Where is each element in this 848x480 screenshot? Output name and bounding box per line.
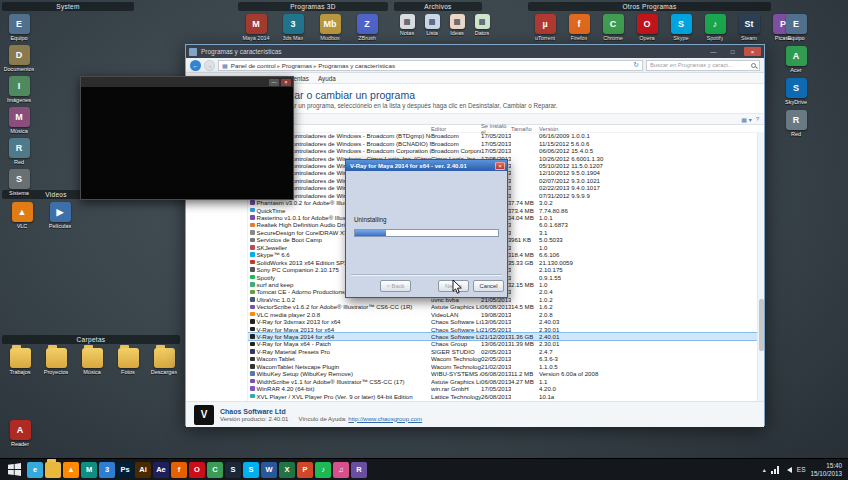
taskbar-icon-winrar[interactable]: R xyxy=(351,462,367,478)
desktop-tile-red[interactable]: RRed xyxy=(3,138,35,165)
taskbar-icon-maya[interactable]: M xyxy=(81,462,97,478)
breadcrumb[interactable]: ▦ Panel de control ▸ Programas ▸ Program… xyxy=(218,60,643,71)
program-row[interactable]: VLC media player 2.0.8VideoLAN19/08/2013… xyxy=(248,311,757,318)
desktop-tile-chrome[interactable]: CChrome xyxy=(597,14,629,41)
desktop-tile-acer[interactable]: AAcer xyxy=(780,46,812,73)
column-tamano[interactable]: Tamaño xyxy=(511,126,539,132)
desktop-tile-firefox[interactable]: fFirefox xyxy=(563,14,595,41)
back-dialog-button[interactable]: < Back xyxy=(380,280,411,292)
desktop-tile-pel-culas[interactable]: ▶Películas xyxy=(44,202,76,229)
desktop-tile-3ds-max[interactable]: 33ds Max xyxy=(277,14,309,41)
desktop-tile-trabajos[interactable]: Trabajos xyxy=(4,348,36,375)
black-close-icon[interactable]: × xyxy=(281,79,291,86)
program-row[interactable]: WacomTablet Netscape PluginWacom Technol… xyxy=(248,363,757,370)
desktop-tile-notas[interactable]: ▤Notas xyxy=(396,14,418,36)
taskbar-icon-opera[interactable]: O xyxy=(189,462,205,478)
column-version[interactable]: Versión xyxy=(539,126,764,132)
desktop-tile-maya-2014[interactable]: MMaya 2014 xyxy=(240,14,272,41)
volume-icon[interactable] xyxy=(784,467,792,473)
desktop-tile-opera[interactable]: OOpera xyxy=(631,14,663,41)
desktop-tile-datos[interactable]: ▤Datos xyxy=(471,14,493,36)
program-row[interactable]: WibuKey Setup (WibuKey Remove)WIBU-SYSTE… xyxy=(248,370,757,377)
breadcrumb-segment[interactable]: Programas xyxy=(282,62,312,69)
taskbar-icon-word[interactable]: W xyxy=(261,462,277,478)
network-icon[interactable] xyxy=(771,466,779,474)
search-icon[interactable] xyxy=(751,63,756,68)
taskbar-icon-chrome[interactable]: C xyxy=(207,462,223,478)
desktop-tile-lista[interactable]: ▤Lista xyxy=(421,14,443,36)
taskbar-icon-photoshop[interactable]: Ps xyxy=(117,462,133,478)
back-button[interactable]: ← xyxy=(190,60,201,71)
language-indicator[interactable]: ES xyxy=(797,466,806,473)
help-link[interactable]: http://www.chaosgroup.com xyxy=(348,416,422,422)
desktop-tile-sistema[interactable]: SSistema xyxy=(3,169,35,196)
taskbar-icon-firefox[interactable]: f xyxy=(171,462,187,478)
start-button[interactable] xyxy=(4,459,24,480)
breadcrumb-segment[interactable]: Programas y características xyxy=(318,62,395,69)
desktop-tile-mudbox[interactable]: MbMudbox xyxy=(314,14,346,41)
close-button[interactable]: × xyxy=(744,47,761,56)
vertical-scrollbar[interactable] xyxy=(757,132,764,401)
program-row[interactable]: V-Ray for Maya x64 - PatchChaos Group13/… xyxy=(248,340,757,347)
program-row[interactable]: Paquete de controladores de Windows - Br… xyxy=(248,147,757,154)
desktop-tile-im-genes[interactable]: IImágenes xyxy=(3,76,35,103)
taskbar-icon-explorer[interactable] xyxy=(45,462,61,478)
desktop-tile-red[interactable]: RRed xyxy=(780,110,812,137)
forward-button[interactable]: → xyxy=(204,60,215,71)
desktop-tile-documentos[interactable]: DDocumentos xyxy=(3,45,35,72)
taskbar-icon-3ds-max[interactable]: 3 xyxy=(99,462,115,478)
cancel-dialog-button[interactable]: Cancel xyxy=(473,280,504,292)
program-row[interactable]: V-Ray for Maya 2013 for x64Chaos Softwar… xyxy=(248,325,757,332)
taskbar-icon-vlc[interactable]: ▲ xyxy=(63,462,79,478)
program-row[interactable]: XVL Player / XVL Player Pro (Ver. 9 or l… xyxy=(248,392,757,399)
taskbar-icon-excel[interactable]: X xyxy=(279,462,295,478)
maximize-button[interactable]: □ xyxy=(725,47,740,56)
black-media-window[interactable]: — × xyxy=(80,76,294,200)
dialog-title-bar[interactable]: V-Ray for Maya 2014 for x64 - ver. 2.40.… xyxy=(346,160,507,171)
taskbar-icon-ie[interactable]: e xyxy=(27,462,43,478)
program-row[interactable]: Paquete de controladores de Windows - Br… xyxy=(248,139,757,146)
desktop-tile-ideas[interactable]: ▤Ideas xyxy=(446,14,468,36)
taskbar-icon-itunes[interactable]: ♫ xyxy=(333,462,349,478)
desktop-tile-skydrive[interactable]: SSkyDrive xyxy=(780,78,812,105)
program-row[interactable]: V-Ray for Maya 2014 for x64Chaos Softwar… xyxy=(248,333,757,340)
desktop-tile-m-sica[interactable]: Música xyxy=(76,348,108,375)
desktop-tile-equipo[interactable]: EEquipo xyxy=(780,14,812,41)
desktop-tile-skype[interactable]: SSkype xyxy=(665,14,697,41)
column-editor[interactable]: Editor xyxy=(431,126,481,132)
desktop-tile-reader[interactable]: AReader xyxy=(4,420,36,447)
refresh-icon[interactable]: ↻ xyxy=(633,61,639,69)
desktop-tile-proyectos[interactable]: Proyectos xyxy=(40,348,72,375)
desktop-tile-fotos[interactable]: Fotos xyxy=(112,348,144,375)
window-title-bar[interactable]: Programas y características — □ × xyxy=(186,45,764,58)
program-row[interactable]: V-Ray for 3dsmax 2013 for x64Chaos Softw… xyxy=(248,318,757,325)
program-row[interactable]: V-Ray Material Presets ProSIGER STUDIO02… xyxy=(248,348,757,355)
taskbar-icon-skype[interactable]: S xyxy=(243,462,259,478)
help-icon[interactable]: ? xyxy=(756,116,759,123)
dialog-close-icon[interactable]: × xyxy=(495,162,505,170)
black-window-title-bar[interactable]: — × xyxy=(81,77,293,87)
breadcrumb-segment[interactable]: Panel de control xyxy=(231,62,276,69)
desktop-tile-zbrush[interactable]: ZZBrush xyxy=(351,14,383,41)
program-row[interactable]: WinRAR 4.20 (64-bit)win.rar GmbH17/05/20… xyxy=(248,385,757,392)
hidden-icons-chevron[interactable]: ▴ xyxy=(763,466,766,473)
desktop-tile-utorrent[interactable]: µuTorrent xyxy=(529,14,561,41)
taskbar-icon-after-effects[interactable]: Ae xyxy=(153,462,169,478)
taskbar-clock[interactable]: 15:40 15/10/2013 xyxy=(810,462,844,478)
desktop-tile-equipo[interactable]: EEquipo xyxy=(3,14,35,41)
desktop-tile-steam[interactable]: StSteam xyxy=(733,14,765,41)
search-input[interactable]: Buscar en Programas y caract... xyxy=(646,60,760,71)
program-row[interactable]: Paquete de controladores de Windows - Br… xyxy=(248,132,757,139)
scrollbar-thumb[interactable] xyxy=(759,299,764,351)
black-minimize-icon[interactable]: — xyxy=(269,79,279,86)
minimize-button[interactable]: — xyxy=(706,47,721,56)
program-row[interactable]: VectorScribe v1.6.2 for Adobe® Illustrat… xyxy=(248,303,757,310)
views-icon[interactable]: ▦ ▾ xyxy=(741,116,751,123)
taskbar-icon-powerpoint[interactable]: P xyxy=(297,462,313,478)
program-row[interactable]: WidthScribe v1.1 for Adobe® Illustrator™… xyxy=(248,377,757,384)
desktop-tile-vlc[interactable]: ▲VLC xyxy=(6,202,38,229)
desktop-tile-descargas[interactable]: Descargas xyxy=(148,348,180,375)
menu-ayuda[interactable]: Ayuda xyxy=(318,75,336,82)
desktop-tile-spotify[interactable]: ♪Spotify xyxy=(699,14,731,41)
taskbar-icon-spotify[interactable]: ♪ xyxy=(315,462,331,478)
